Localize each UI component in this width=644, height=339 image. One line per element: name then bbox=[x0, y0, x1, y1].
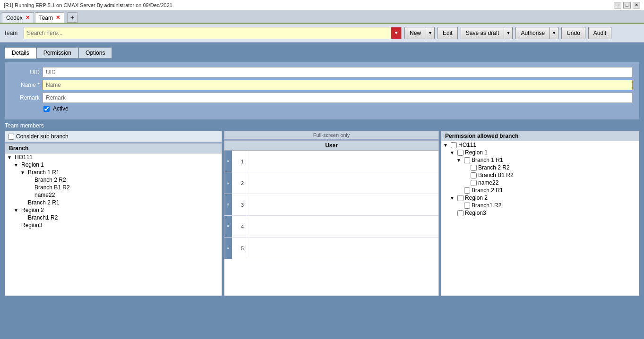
perm-tree-item[interactable]: Branch B1 R2 bbox=[441, 171, 639, 179]
perm-tree-checkbox[interactable] bbox=[464, 157, 470, 163]
perm-tree-item[interactable]: ▼Branch 1 R1 bbox=[441, 156, 639, 164]
drag-handle-icon: ≡ bbox=[224, 194, 232, 215]
branch-tree-item[interactable]: ▼Region 2 bbox=[5, 206, 222, 214]
branch-tree-item[interactable]: ▼Branch 1 R1 bbox=[5, 169, 222, 176]
consider-sub-branch-checkbox[interactable] bbox=[8, 134, 14, 140]
perm-tree-checkbox[interactable] bbox=[471, 172, 477, 178]
undo-button[interactable]: Undo bbox=[561, 27, 585, 39]
right-panel: Permission allowed branch ▼HO111▼Region … bbox=[441, 131, 639, 296]
perm-tree-item[interactable]: ▼Region 1 bbox=[441, 149, 639, 156]
window-controls: ─ □ ✕ bbox=[614, 2, 640, 8]
perm-tree-checkbox[interactable] bbox=[457, 210, 464, 216]
branch-tree-label: Region 1 bbox=[21, 161, 44, 168]
minimize-button[interactable]: ─ bbox=[614, 2, 621, 8]
sub-tabs: Details Permission Options bbox=[5, 47, 639, 59]
perm-tree-item[interactable]: ▼HO111 bbox=[441, 141, 639, 149]
remark-row: Remark bbox=[11, 93, 633, 103]
perm-tree-label: Branch 2 R1 bbox=[472, 187, 503, 194]
perm-tree-checkbox[interactable] bbox=[464, 187, 470, 194]
mid-panel: Full-screen only User ≡1≡2≡3≡4≡5 bbox=[224, 131, 439, 296]
perm-tree-checkbox[interactable] bbox=[471, 165, 477, 171]
add-tab-button[interactable]: + bbox=[67, 12, 77, 23]
tab-codex-close[interactable]: ✕ bbox=[26, 15, 30, 21]
tab-team-close[interactable]: ✕ bbox=[56, 15, 60, 21]
new-dropdown-arrow[interactable]: ▼ bbox=[426, 27, 435, 39]
tab-options[interactable]: Options bbox=[78, 47, 112, 59]
tab-codex[interactable]: Codex ✕ bbox=[2, 12, 34, 23]
perm-tree-item[interactable]: name22 bbox=[441, 179, 639, 186]
perm-tree-checkbox[interactable] bbox=[451, 142, 457, 148]
search-wrapper: ▼ bbox=[24, 27, 402, 39]
branch-tree-item[interactable]: Branch 2 R2 bbox=[5, 176, 222, 184]
active-checkbox[interactable] bbox=[43, 106, 50, 112]
tab-team[interactable]: Team ✕ bbox=[35, 12, 64, 23]
tree-toggle-icon: ▼ bbox=[7, 155, 15, 160]
branch-panel: Branch ▼HO111▼Region 1▼Branch 1 R1Branch… bbox=[5, 143, 222, 296]
perm-tree-item[interactable]: Branch 2 R2 bbox=[441, 164, 639, 171]
content-area: Details Permission Options UID Name * Re… bbox=[0, 42, 644, 339]
new-button[interactable]: New bbox=[404, 27, 426, 39]
perm-tree-checkbox[interactable] bbox=[471, 180, 477, 186]
perm-tree-checkbox[interactable] bbox=[457, 150, 464, 156]
close-button[interactable]: ✕ bbox=[633, 2, 640, 8]
edit-button[interactable]: Edit bbox=[438, 27, 458, 39]
maximize-button[interactable]: □ bbox=[623, 2, 631, 8]
branch-tree-item[interactable]: name22 bbox=[5, 191, 222, 199]
user-rows: ≡1≡2≡3≡4≡5 bbox=[224, 151, 438, 259]
branch-tree-label: Branch1 R2 bbox=[28, 214, 58, 221]
user-row[interactable]: ≡5 bbox=[224, 237, 438, 259]
tab-bar: Codex ✕ Team ✕ + bbox=[0, 10, 644, 24]
audit-button[interactable]: Audit bbox=[588, 27, 611, 39]
save-draft-button[interactable]: Save as draft bbox=[461, 27, 505, 39]
name-label: Name * bbox=[11, 82, 40, 88]
perm-tree-checkbox[interactable] bbox=[457, 195, 464, 201]
branch-tree-item[interactable]: ▼HO111 bbox=[5, 153, 222, 161]
left-panel: Consider sub branch Branch ▼HO111▼Region… bbox=[5, 131, 222, 296]
branch-tree-item[interactable]: ▼Region 1 bbox=[5, 161, 222, 169]
perm-tree-label: Branch1 R2 bbox=[472, 202, 501, 209]
perm-tree-label: Region 2 bbox=[465, 195, 488, 201]
user-row-number: 5 bbox=[232, 237, 246, 259]
title-text: [R1] Running ERP 5.1 on CMAX Server By a… bbox=[4, 2, 172, 8]
branch-tree-label: Region 2 bbox=[21, 207, 44, 213]
branch-tree-item[interactable]: Region3 bbox=[5, 221, 222, 229]
tab-details[interactable]: Details bbox=[5, 47, 36, 59]
branch-tree-item[interactable]: Branch B1 R2 bbox=[5, 184, 222, 191]
perm-tree-item[interactable]: Branch1 R2 bbox=[441, 202, 639, 209]
perm-tree-checkbox[interactable] bbox=[464, 203, 470, 209]
user-row[interactable]: ≡2 bbox=[224, 172, 438, 194]
search-dropdown-button[interactable]: ▼ bbox=[391, 27, 402, 39]
perm-tree-label: Region 1 bbox=[465, 149, 488, 156]
perm-tree-item[interactable]: ▼Region 2 bbox=[441, 194, 639, 202]
branch-tree-label: Branch 2 R2 bbox=[34, 177, 66, 183]
tree-toggle-icon: ▼ bbox=[20, 170, 28, 175]
active-label: Active bbox=[53, 105, 69, 112]
branch-tree-item[interactable]: Branch1 R2 bbox=[5, 214, 222, 221]
tree-toggle-icon: ▼ bbox=[14, 162, 21, 168]
consider-sub-branch-label: Consider sub branch bbox=[16, 133, 69, 140]
search-input[interactable] bbox=[24, 27, 391, 39]
user-row[interactable]: ≡1 bbox=[224, 151, 438, 172]
perm-tree-toggle-icon: ▼ bbox=[450, 150, 457, 155]
branch-tree-item[interactable]: Branch 2 R1 bbox=[5, 199, 222, 206]
drag-handle-icon: ≡ bbox=[224, 151, 232, 172]
perm-tree-label: HO111 bbox=[458, 142, 476, 148]
three-col-layout: Consider sub branch Branch ▼HO111▼Region… bbox=[5, 131, 639, 296]
perm-tree-toggle-icon: ▼ bbox=[456, 158, 464, 163]
user-row[interactable]: ≡4 bbox=[224, 216, 438, 237]
branch-tree: ▼HO111▼Region 1▼Branch 1 R1Branch 2 R2Br… bbox=[5, 153, 222, 229]
perm-tree-item[interactable]: Branch 2 R1 bbox=[441, 186, 639, 194]
authorise-button[interactable]: Authorise bbox=[515, 27, 550, 39]
uid-row: UID bbox=[11, 67, 633, 77]
perm-tree: ▼HO111▼Region 1▼Branch 1 R1Branch 2 R2Br… bbox=[441, 141, 639, 217]
authorise-dropdown-arrow[interactable]: ▼ bbox=[550, 27, 558, 39]
tab-permission[interactable]: Permission bbox=[36, 47, 78, 59]
perm-tree-item[interactable]: Region3 bbox=[441, 209, 639, 217]
uid-input[interactable] bbox=[43, 67, 633, 77]
save-draft-dropdown-arrow[interactable]: ▼ bbox=[504, 27, 513, 39]
user-row[interactable]: ≡3 bbox=[224, 194, 438, 216]
save-draft-button-group: Save as draft ▼ bbox=[461, 27, 513, 39]
perm-tree-toggle-icon: ▼ bbox=[450, 195, 457, 201]
remark-input[interactable] bbox=[43, 93, 633, 103]
name-input[interactable] bbox=[43, 80, 633, 90]
